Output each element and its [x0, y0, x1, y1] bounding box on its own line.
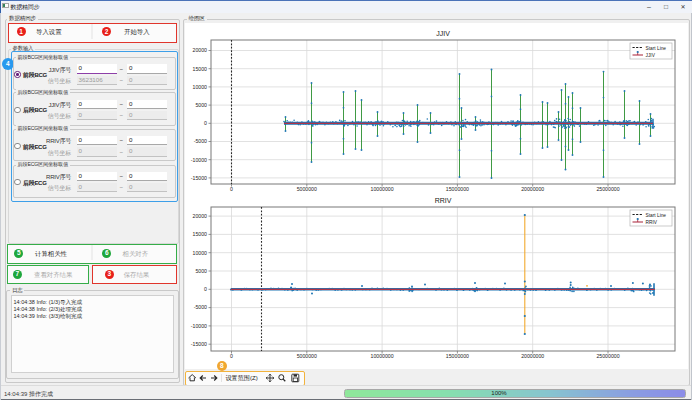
- svg-text:25000000: 25000000: [596, 186, 619, 192]
- svg-text:10000000: 10000000: [371, 353, 394, 359]
- svg-text:0: 0: [230, 353, 233, 359]
- svg-text:JJIV: JJIV: [646, 53, 656, 58]
- svg-text:-5000: -5000: [194, 304, 207, 310]
- svg-text:5000000: 5000000: [297, 186, 317, 192]
- svg-text:15000: 15000: [193, 66, 208, 72]
- svg-text:RRIV: RRIV: [435, 197, 452, 204]
- svg-text:5000: 5000: [195, 268, 207, 274]
- svg-text:5000: 5000: [195, 102, 207, 108]
- svg-text:15000: 15000: [193, 231, 208, 237]
- svg-text:25000000: 25000000: [596, 353, 619, 359]
- svg-text:JJIV: JJIV: [436, 30, 450, 37]
- svg-text:0: 0: [204, 120, 207, 126]
- svg-text:-10000: -10000: [191, 157, 207, 163]
- svg-text:15000000: 15000000: [446, 353, 469, 359]
- svg-text:10000: 10000: [193, 250, 208, 256]
- svg-text:-10000: -10000: [191, 323, 207, 329]
- svg-text:20000000: 20000000: [521, 353, 544, 359]
- svg-text:10000000: 10000000: [371, 186, 394, 192]
- svg-text:RRIV: RRIV: [646, 220, 658, 225]
- svg-text:20000000: 20000000: [521, 186, 544, 192]
- svg-text:Start Line: Start Line: [646, 213, 667, 218]
- svg-text:-5000: -5000: [194, 138, 207, 144]
- svg-text:20000: 20000: [193, 213, 208, 219]
- svg-text:0: 0: [230, 186, 233, 192]
- svg-text:0: 0: [204, 286, 207, 292]
- svg-text:Start Line: Start Line: [646, 46, 667, 51]
- svg-text:20000: 20000: [193, 47, 208, 53]
- svg-text:-15000: -15000: [191, 175, 207, 181]
- svg-text:设置范围(Z): 设置范围(Z): [226, 374, 258, 382]
- svg-text:10000: 10000: [193, 84, 208, 90]
- svg-text:15000000: 15000000: [446, 186, 469, 192]
- svg-text:5000000: 5000000: [297, 353, 317, 359]
- svg-text:-15000: -15000: [191, 341, 207, 347]
